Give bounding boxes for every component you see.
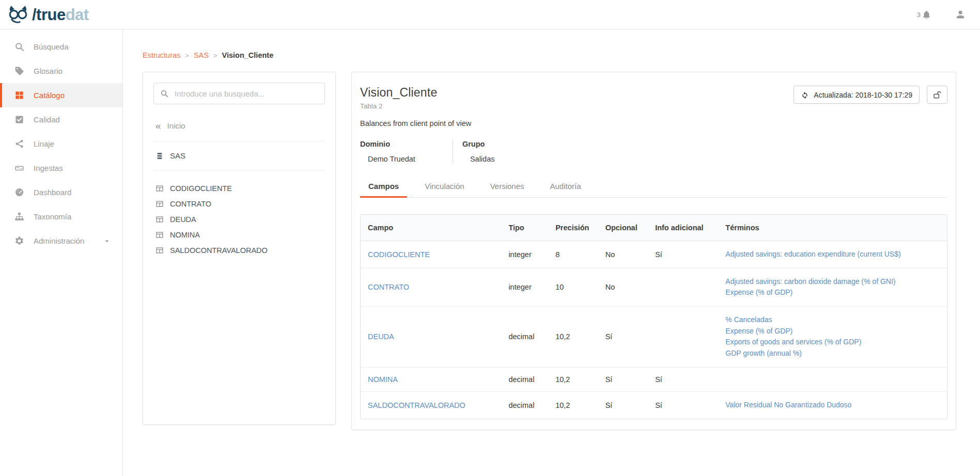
tree-search-input[interactable] [153,83,325,104]
field-link-codigocliente[interactable]: CODIGOCLIENTE [368,250,430,259]
gear-icon [14,236,24,246]
notifications-count: 3 [916,11,921,19]
owl-logo-icon [7,5,29,24]
term-link[interactable]: Expense (% of GDP) [725,326,940,337]
tree-item-label: CONTRATO [170,200,211,208]
field-link-saldocontravalorado[interactable]: SALDOCONTRAVALORADO [368,401,465,409]
breadcrumb-item-sas[interactable]: SAS [194,51,209,59]
field-link-deuda[interactable]: DEUDA [368,332,394,341]
cell-opcional: Sí [598,307,648,368]
term-link[interactable]: Expense (% of GDP) [725,287,940,298]
sidebar-item-ingestas[interactable]: Ingestas [0,156,122,180]
sidebar-item-linaje[interactable]: Linaje [0,132,122,156]
sidebar-item-taxonomia[interactable]: Taxonomía [0,204,122,229]
search-icon [14,42,24,52]
tree-item-deuda[interactable]: DEUDA [153,212,325,227]
page-title: Vision_Cliente [360,86,437,100]
column-header-terminos: Términos [718,215,947,241]
metadata-item-dominio: DominioDemo Truedat [360,140,453,163]
tags-icon [14,66,24,76]
tree-item-label: NOMINA [170,231,200,239]
tab-auditoria[interactable]: Auditoría [542,177,589,198]
detail-header: Vision_Cliente Tabla 2 Actualizada: 2018… [360,84,947,110]
sidebar-item-label: Dashboard [34,188,71,197]
sidebar-item-label: Búsqueda [34,42,69,51]
metadata-item-grupo: GrupoSalidas [453,140,495,163]
tree-item-saldocontravalorado[interactable]: SALDOCONTRAVALORADO [153,243,325,258]
tree-item-contrato[interactable]: CONTRATO [153,196,325,212]
fields-table-header-row: CampoTipoPrecisiónOpcionalInfo adicional… [361,215,947,241]
fields-table-wrap: CampoTipoPrecisiónOpcionalInfo adicional… [360,214,947,419]
cell-terminos: Adjusted savings: education expenditure … [718,241,947,268]
column-header-info-adicional: Info adicional [648,215,718,241]
cell-tipo: decimal [501,307,548,368]
field-link-nomina[interactable]: NOMINA [368,375,398,384]
cell-opcional: Sí [598,367,648,391]
tree-item-label: CODIGOCLIENTE [170,184,232,193]
structure-tree-panel: « Inicio SAS CODIGOCLIENTECONTRATODEUDAN… [143,72,336,425]
notifications-button[interactable]: 3 [916,10,931,20]
sidebar-item-calidad[interactable]: Calidad [0,107,122,132]
table-icon [155,246,164,255]
detail-tabs: CamposVinculaciónVersionesAuditoría [360,177,947,198]
updated-label: Actualizada: 2018-10-30 17:29 [814,91,912,99]
tree-search-box [153,83,325,104]
cell-tipo: decimal [501,391,548,418]
table-icon [155,215,164,224]
search-icon [160,89,168,98]
cell-info-adicional: Sí [648,391,718,418]
tree-back-button[interactable]: « Inicio [153,116,325,141]
fields-table: CampoTipoPrecisiónOpcionalInfo adicional… [361,215,947,419]
sidebar-item-label: Calidad [34,115,60,124]
caret-down-icon [103,237,111,245]
cell-terminos [718,367,947,391]
column-header-campo: Campo [361,215,501,241]
share-icon [14,139,24,149]
refresh-icon [801,91,809,99]
field-row-nomina: NOMINAdecimal10,2SíSí [361,367,947,391]
cell-opcional: No [598,241,648,268]
cell-campo: DEUDA [361,307,501,368]
term-link[interactable]: GDP growth (annual %) [725,348,940,359]
tree-system-sas[interactable]: SAS [153,141,325,170]
sidebar-item-catalogo[interactable]: Catálogo [0,83,122,107]
sidebar-item-dashboard[interactable]: Dashboard [0,180,122,204]
sidebar-item-busqueda[interactable]: Búsqueda [0,35,122,59]
top-bar: /truedat 3 [0,0,980,29]
tree-item-codigocliente[interactable]: CODIGOCLIENTE [153,181,325,196]
term-link[interactable]: Valor Residual No Garantizado Dudoso [725,400,940,411]
sidebar-item-label: Administración [34,236,84,245]
tree-item-label: SALDOCONTRAVALORADO [170,246,268,255]
table-icon [155,231,164,239]
term-link[interactable]: Exports of goods and services (% of GDP) [725,337,940,348]
sidebar-item-administracion[interactable]: Administración [0,229,122,253]
tree-item-nomina[interactable]: NOMINA [153,227,325,243]
tab-versiones[interactable]: Versiones [482,177,533,198]
cell-campo: NOMINA [361,367,501,391]
sidebar-item-label: Linaje [34,139,54,148]
breadcrumb-item-estructuras[interactable]: Estructuras [143,51,180,59]
field-link-contrato[interactable]: CONTRATO [368,283,409,291]
truedat-logo[interactable]: /truedat [7,5,89,24]
grid-icon [14,90,24,100]
cell-tipo: decimal [501,367,548,391]
breadcrumb-separator: > [185,52,189,59]
term-link[interactable]: Adjusted savings: carbon dioxide damage … [725,276,940,288]
user-icon[interactable] [955,9,966,20]
tab-vinculacion[interactable]: Vinculación [416,177,472,198]
column-header-opcional: Opcional [598,215,648,241]
cell-campo: CODIGOCLIENTE [361,241,501,268]
metadata-label: Grupo [462,140,495,148]
panels-row: « Inicio SAS CODIGOCLIENTECONTRATODEUDAN… [143,72,956,430]
metadata-block: DominioDemo TruedatGrupoSalidas [360,140,947,163]
lock-toggle-button[interactable] [927,86,947,104]
cell-terminos: Valor Residual No Garantizado Dudoso [718,391,947,418]
term-link[interactable]: % Canceladas [725,314,940,326]
refresh-updated-button[interactable]: Actualizada: 2018-10-30 17:29 [794,86,920,104]
metadata-value: Demo Truedat [360,155,415,163]
table-icon [155,200,164,208]
sidebar-item-glosario[interactable]: Glosario [0,59,122,83]
term-link[interactable]: Adjusted savings: education expenditure … [725,249,940,260]
tab-campos[interactable]: Campos [360,177,407,198]
field-row-codigocliente: CODIGOCLIENTEinteger8NoSíAdjusted saving… [361,241,947,268]
